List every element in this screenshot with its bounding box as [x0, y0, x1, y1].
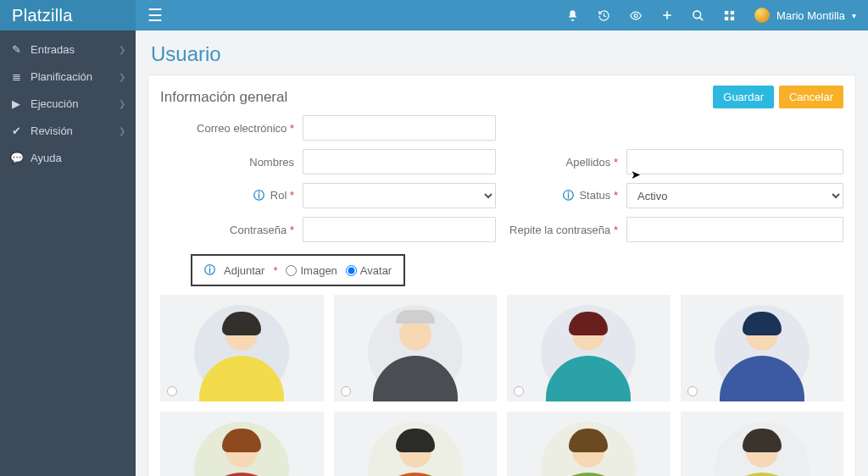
svg-point-0 [634, 14, 637, 17]
avatar-option[interactable] [507, 412, 670, 476]
surnames-label: Apellidos * [508, 156, 626, 169]
role-label: ⓘ Rol * [160, 188, 303, 203]
search-icon[interactable] [692, 9, 704, 22]
chevron-right-icon: ❯ [119, 45, 125, 54]
top-bar: Platzilla ☰ Mario Montilla ▾ [0, 0, 868, 30]
panel-general-info: Información general Guardar Cancelar Cor… [147, 75, 856, 476]
play-icon: ▶ [10, 97, 22, 110]
sidebar-item-ayuda[interactable]: 💬 Ayuda [0, 144, 136, 171]
chat-icon: 💬 [10, 152, 22, 164]
sidebar-item-planificacion[interactable]: ≣ Planificación ❯ [0, 63, 136, 90]
attach-label: Adjuntar [224, 264, 264, 277]
sidebar-item-label: Entradas [31, 43, 75, 56]
radio-icon [341, 386, 351, 396]
svg-rect-7 [725, 16, 728, 19]
chevron-right-icon: ❯ [119, 99, 125, 108]
list-icon: ≣ [10, 70, 22, 83]
names-field[interactable] [303, 149, 496, 174]
check-icon: ✔ [10, 125, 22, 137]
user-avatar-icon [754, 8, 770, 23]
chevron-right-icon: ❯ [119, 72, 125, 81]
sidebar: ✎ Entradas ❯ ≣ Planificación ❯ ▶ Ejecuci… [0, 30, 136, 476]
avatar-option[interactable] [160, 295, 324, 401]
sidebar-item-label: Ayuda [31, 152, 62, 164]
status-select[interactable]: Activo [626, 183, 843, 208]
email-field[interactable] [303, 115, 496, 141]
role-select[interactable] [303, 183, 496, 208]
header-actions: Mario Montilla ▾ [566, 8, 868, 23]
required-mark: * [273, 264, 277, 277]
cancel-button[interactable]: Cancelar [779, 86, 843, 108]
avatar-option[interactable] [334, 412, 498, 476]
panel-title: Información general [160, 89, 287, 106]
radio-icon [514, 386, 524, 396]
status-label: ⓘ Status * [508, 188, 626, 203]
radio-icon [167, 386, 177, 396]
surnames-field[interactable] [626, 149, 843, 174]
user-menu[interactable]: Mario Montilla ▾ [754, 8, 856, 23]
password-field[interactable] [303, 217, 496, 242]
chevron-right-icon: ❯ [119, 126, 125, 136]
page-title: Usuario [136, 30, 868, 75]
attach-radio-image[interactable]: Imagen [286, 264, 337, 277]
plus-icon[interactable] [661, 9, 673, 21]
avatar-option[interactable] [681, 412, 844, 476]
grid-icon[interactable] [723, 9, 736, 22]
svg-rect-8 [731, 16, 734, 19]
avatar-option[interactable] [160, 412, 324, 476]
names-label: Nombres [160, 156, 303, 169]
svg-point-3 [693, 10, 701, 18]
avatar-option[interactable] [507, 295, 670, 401]
menu-toggle-icon[interactable]: ☰ [136, 5, 175, 25]
chevron-down-icon: ▾ [852, 11, 856, 20]
history-icon[interactable] [598, 9, 610, 22]
brand: Platzilla [0, 0, 136, 30]
eye-icon[interactable] [629, 9, 643, 22]
sidebar-item-ejecucion[interactable]: ▶ Ejecución ❯ [0, 90, 136, 117]
attach-box: ⓘ Adjuntar * Imagen Avatar [191, 254, 405, 286]
main-content: Usuario Información general Guardar Canc… [136, 30, 868, 476]
sidebar-item-entradas[interactable]: ✎ Entradas ❯ [0, 36, 136, 63]
bell-icon[interactable] [566, 9, 579, 22]
avatar-option[interactable] [681, 295, 844, 401]
info-icon: ⓘ [204, 263, 215, 278]
avatar-option[interactable] [334, 295, 498, 401]
radio-icon [687, 386, 698, 396]
password-label: Contraseña * [160, 224, 303, 236]
attach-radio-avatar[interactable]: Avatar [346, 264, 392, 277]
sidebar-item-label: Planificación [31, 70, 92, 83]
save-button[interactable]: Guardar [713, 86, 774, 108]
svg-rect-6 [731, 10, 734, 14]
svg-rect-5 [725, 10, 728, 14]
sidebar-item-label: Ejecución [31, 97, 78, 110]
email-label: Correo electrónico * [160, 122, 303, 135]
password2-field[interactable] [626, 217, 843, 242]
avatar-grid [160, 295, 843, 476]
sidebar-item-revision[interactable]: ✔ Revisión ❯ [0, 117, 136, 144]
svg-line-4 [699, 17, 703, 20]
sidebar-item-label: Revisión [31, 125, 73, 137]
edit-icon: ✎ [10, 43, 22, 56]
password2-label: Repite la contraseña * [508, 224, 626, 236]
user-name: Mario Montilla [776, 9, 845, 22]
